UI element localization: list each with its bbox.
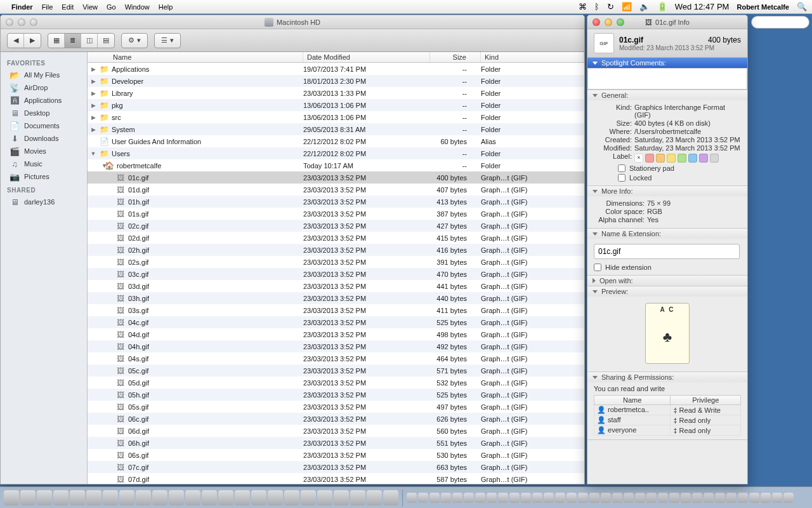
moreinfo-header[interactable]: More Info: [587, 186, 747, 196]
sidebar-item[interactable]: ♫Music [1, 157, 87, 170]
spotlight-comments-header[interactable]: Spotlight Comments: [587, 58, 747, 68]
file-row[interactable]: 🖼01h.gif 23/03/2013 3:52 PM 413 bytes Gr… [88, 196, 584, 208]
perm-privilege[interactable]: ‡ Read only [671, 425, 741, 436]
menubar-clock[interactable]: Wed 12:47 PM [675, 2, 730, 11]
dock-minimized-icon[interactable] [589, 493, 599, 503]
dock-minimized-icon[interactable] [761, 493, 771, 503]
app-name[interactable]: Finder [11, 3, 33, 11]
dock-minimized-icon[interactable] [452, 493, 462, 503]
col-kind[interactable]: Kind [481, 52, 584, 62]
dock-app-icon[interactable] [185, 490, 200, 505]
sidebar-item[interactable]: 🅰Applications [1, 94, 87, 107]
dock-app-icon[interactable] [152, 490, 167, 505]
dock-minimized-icon[interactable] [418, 493, 428, 503]
disclosure-triangle[interactable]: ▶ [90, 66, 96, 72]
perm-privilege[interactable]: ‡ Read only [671, 415, 741, 425]
dock-minimized-icon[interactable] [704, 493, 714, 503]
dock-minimized-icon[interactable] [407, 493, 417, 503]
dock-app-icon[interactable] [301, 490, 316, 505]
general-header[interactable]: General: [587, 90, 747, 100]
disclosure-triangle[interactable]: ▼ [90, 150, 96, 157]
view-list-button[interactable]: ≣ [65, 34, 81, 48]
label-color-button[interactable] [699, 154, 708, 163]
permissions-header[interactable]: Sharing & Permissions: [587, 372, 747, 382]
menubar-user[interactable]: Robert Metcalfe [737, 3, 789, 11]
close-button[interactable] [6, 18, 13, 26]
file-row[interactable]: 🖼03c.gif 23/03/2013 3:52 PM 470 bytes Gr… [88, 268, 584, 280]
menu-file[interactable]: File [42, 3, 53, 11]
dock-minimized-icon[interactable] [635, 493, 645, 503]
dock-minimized-icon[interactable] [624, 493, 634, 503]
file-row[interactable]: 🖼05h.gif 23/03/2013 3:52 PM 525 bytes Gr… [88, 389, 584, 401]
file-row[interactable]: 🖼04c.gif 23/03/2013 3:52 PM 525 bytes Gr… [88, 316, 584, 328]
dock-app-icon[interactable] [53, 490, 69, 505]
menuextra-timemachine-icon[interactable]: ↻ [607, 2, 614, 11]
col-size[interactable]: Size [430, 52, 481, 62]
label-color-button[interactable] [710, 154, 719, 163]
stationery-checkbox[interactable] [618, 164, 625, 172]
dock-app-icon[interactable] [251, 490, 266, 505]
file-row[interactable]: 🖼04s.gif 23/03/2013 3:52 PM 464 bytes Gr… [88, 352, 584, 364]
menuextra-wifi-icon[interactable]: 📶 [622, 2, 632, 11]
dock-app-icon[interactable] [218, 490, 233, 505]
dock-app-icon[interactable] [70, 490, 85, 505]
file-row[interactable]: 📄User Guides And Information 22/12/2012 … [88, 135, 584, 147]
file-row[interactable]: 🖼03d.gif 23/03/2013 3:52 PM 441 bytes Gr… [88, 280, 584, 292]
col-date[interactable]: Date Modified [303, 52, 430, 62]
dock-minimized-icon[interactable] [772, 493, 782, 503]
close-button[interactable] [593, 18, 600, 26]
file-row[interactable]: ▶📁pkg 13/06/2013 1:06 PM -- Folder [88, 99, 584, 111]
name-extension-input[interactable] [594, 244, 740, 259]
dock-app-icon[interactable] [383, 490, 398, 505]
hide-extension-checkbox[interactable] [594, 264, 601, 271]
dock-minimized-icon[interactable] [612, 493, 622, 503]
arrange-menu[interactable]: ☰ ▾ [154, 33, 181, 48]
file-row[interactable]: 🖼04h.gif 23/03/2013 3:52 PM 492 bytes Gr… [88, 340, 584, 352]
finder-titlebar[interactable]: Macintosh HD [1, 15, 584, 29]
dock-app-icon[interactable] [317, 490, 332, 505]
nameext-header[interactable]: Name & Extension: [587, 229, 747, 239]
dock-minimized-icon[interactable] [783, 493, 794, 503]
file-row[interactable]: ▶📁Developer 18/01/2013 2:30 PM -- Folder [88, 75, 584, 87]
dock-app-icon[interactable] [268, 490, 283, 505]
file-row[interactable]: 🖼07c.gif 23/03/2013 3:52 PM 663 bytes Gr… [88, 461, 584, 473]
dock-minimized-icon[interactable] [578, 493, 588, 503]
dock-minimized-icon[interactable] [521, 493, 531, 503]
dock-minimized-icon[interactable] [749, 493, 759, 503]
dock-minimized-icon[interactable] [509, 493, 520, 503]
file-row[interactable]: 🖼03h.gif 23/03/2013 3:52 PM 440 bytes Gr… [88, 292, 584, 304]
dock-app-icon[interactable] [4, 490, 19, 505]
file-row[interactable]: 🖼03s.gif 23/03/2013 3:52 PM 411 bytes Gr… [88, 304, 584, 316]
minimize-button[interactable] [605, 18, 612, 26]
file-row[interactable]: ▶📁Library 23/03/2013 1:33 PM -- Folder [88, 87, 584, 99]
minimize-button[interactable] [18, 18, 25, 26]
preview-header[interactable]: Preview: [587, 286, 747, 297]
dock-minimized-icon[interactable] [464, 493, 474, 503]
dock-minimized-icon[interactable] [544, 493, 554, 503]
sidebar-item[interactable]: 📂All My Files [1, 69, 87, 81]
dock-app-icon[interactable] [350, 490, 365, 505]
spotlight-icon[interactable]: 🔍 [797, 2, 807, 11]
dock-app-icon[interactable] [202, 490, 217, 505]
dock-minimized-icon[interactable] [498, 493, 508, 503]
file-row[interactable]: ▶📁System 29/05/2013 8:31 AM -- Folder [88, 123, 584, 135]
sidebar-item[interactable]: 📄Documents [1, 119, 87, 132]
label-color-button[interactable] [688, 154, 697, 163]
dock-app-icon[interactable] [119, 490, 134, 505]
dock-app-icon[interactable] [20, 490, 36, 505]
dock-minimized-icon[interactable] [715, 493, 725, 503]
sidebar-item[interactable]: 🖥darley136 [1, 196, 87, 208]
dock-app-icon[interactable] [86, 490, 102, 505]
perm-privilege[interactable]: ‡ Read & Write [671, 405, 741, 415]
menuextra-volume-icon[interactable]: 🔈 [639, 2, 650, 11]
disclosure-triangle[interactable]: ▼ [90, 163, 102, 169]
label-color-button[interactable] [667, 154, 676, 163]
label-color-button[interactable] [645, 154, 654, 163]
file-row[interactable]: 🖼06h.gif 23/03/2013 3:52 PM 551 bytes Gr… [88, 437, 584, 449]
dock-app-icon[interactable] [284, 490, 299, 505]
back-button[interactable]: ◀ [8, 34, 24, 48]
file-row[interactable]: 🖼02d.gif 23/03/2013 3:52 PM 415 bytes Gr… [88, 232, 584, 244]
dock-minimized-icon[interactable] [555, 493, 565, 503]
view-coverflow-button[interactable]: ▤ [98, 34, 114, 48]
file-row[interactable]: 🖼05s.gif 23/03/2013 3:52 PM 497 bytes Gr… [88, 401, 584, 413]
